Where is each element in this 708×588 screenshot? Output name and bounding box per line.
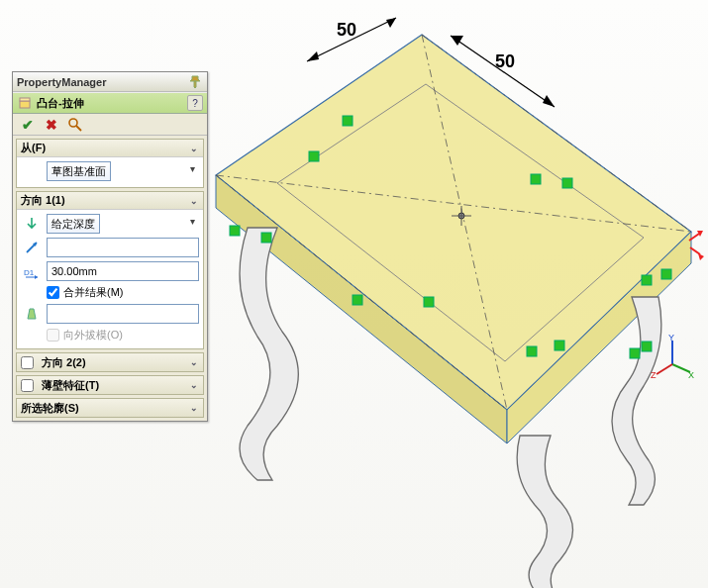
svg-text:50: 50	[337, 20, 356, 40]
extrude-icon	[17, 95, 33, 111]
expand-icon: ⌄	[189, 357, 199, 367]
reverse-direction-icon[interactable]	[21, 214, 43, 234]
ok-button[interactable]: ✔	[19, 116, 37, 134]
svg-marker-43	[35, 275, 38, 279]
pm-title: PropertyManager	[17, 76, 106, 88]
svg-marker-22	[451, 36, 463, 46]
expand-icon: ⌄	[189, 380, 199, 390]
svg-rect-10	[630, 348, 640, 358]
section-direction1-header[interactable]: 方向 1(1) ⌄	[17, 192, 203, 210]
svg-marker-44	[28, 309, 36, 319]
cancel-button[interactable]: ✖	[43, 116, 60, 134]
svg-marker-18	[307, 51, 319, 61]
help-button[interactable]: ?	[187, 95, 203, 111]
svg-rect-11	[642, 342, 652, 351]
direction-reference-input[interactable]	[47, 238, 199, 257]
section-direction2-header[interactable]: 方向 2(2) ⌄	[17, 353, 203, 371]
collapse-icon: ⌄	[189, 144, 199, 153]
svg-rect-12	[642, 275, 652, 285]
svg-rect-6	[353, 295, 362, 305]
svg-rect-7	[424, 297, 434, 307]
svg-rect-2	[531, 174, 541, 184]
direction-vector-icon[interactable]	[21, 238, 43, 257]
from-mode-select[interactable]: 草图基准面	[47, 161, 111, 181]
svg-text:50: 50	[495, 51, 515, 71]
section-thin-feature: 薄壁特征(T) ⌄	[16, 375, 204, 395]
svg-line-38	[76, 126, 81, 131]
direction2-enable-checkbox[interactable]	[21, 356, 34, 369]
depth-input[interactable]	[47, 261, 199, 281]
collapse-icon: ⌄	[189, 196, 199, 206]
svg-rect-0	[309, 151, 319, 161]
svg-rect-9	[555, 341, 564, 350]
section-from-header[interactable]: 从(F) ⌄	[17, 140, 203, 157]
section-thin-header[interactable]: 薄壁特征(T) ⌄	[17, 376, 203, 394]
pm-titlebar[interactable]: PropertyManager	[13, 72, 207, 92]
svg-rect-1	[343, 116, 353, 126]
section-selected-contours: 所选轮廓(S) ⌄	[16, 398, 204, 418]
end-condition-select[interactable]: 给定深度	[47, 214, 100, 234]
svg-rect-3	[562, 178, 572, 188]
pm-feature-row: 凸台-拉伸 ?	[13, 92, 207, 114]
draft-icon[interactable]	[21, 304, 43, 324]
svg-rect-4	[230, 226, 240, 236]
detailed-preview-button[interactable]	[66, 116, 84, 134]
svg-point-37	[69, 119, 77, 127]
merge-results-checkbox[interactable]	[47, 286, 59, 299]
feature-name: 凸台-拉伸	[37, 96, 183, 111]
svg-marker-23	[543, 95, 555, 107]
svg-marker-28	[698, 253, 704, 260]
section-from: 从(F) ⌄ 草图基准面	[16, 139, 204, 188]
depth-icon: D1	[21, 261, 43, 281]
section-direction2: 方向 2(2) ⌄	[16, 352, 204, 372]
merge-results-check[interactable]: 合并结果(M)	[21, 285, 199, 300]
dimension-50-left[interactable]: 50	[307, 18, 396, 61]
pm-ok-cancel-bar: ✔ ✖	[13, 114, 207, 136]
section-contours-header[interactable]: 所选轮廓(S) ⌄	[17, 399, 203, 417]
expand-icon: ⌄	[189, 403, 199, 413]
pin-icon[interactable]	[187, 74, 203, 90]
svg-rect-36	[20, 98, 30, 101]
draft-outward-check: 向外拔模(O)	[21, 328, 199, 343]
section-direction1: 方向 1(1) ⌄ 给定深度	[16, 191, 204, 349]
draft-angle-input[interactable]	[47, 304, 199, 324]
svg-rect-5	[261, 233, 271, 243]
svg-rect-13	[661, 269, 671, 279]
thin-enable-checkbox[interactable]	[21, 379, 34, 392]
property-manager-panel: PropertyManager 凸台-拉伸 ? ✔ ✖ 从(F) ⌄	[12, 71, 208, 422]
svg-rect-8	[527, 346, 537, 356]
svg-marker-19	[386, 18, 396, 28]
draft-outward-checkbox	[47, 329, 59, 342]
svg-rect-35	[20, 101, 30, 108]
svg-text:D1: D1	[24, 268, 35, 277]
